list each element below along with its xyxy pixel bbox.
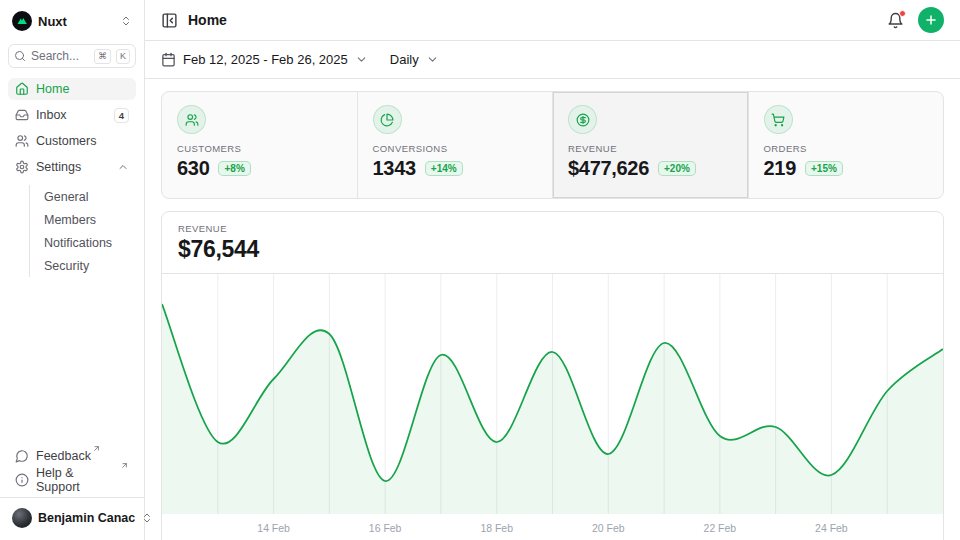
home-icon (15, 82, 29, 96)
chevron-down-icon (426, 53, 439, 66)
granularity-select[interactable]: Daily (390, 52, 439, 67)
chart-header: REVENUE $76,544 (162, 212, 943, 274)
filter-toolbar: Feb 12, 2025 - Feb 26, 2025 Daily (145, 41, 960, 79)
chevron-up-icon (117, 161, 129, 173)
stat-label: CONVERSIONS (373, 143, 538, 154)
sidebar-item-label: Settings (36, 160, 81, 174)
sidebar-footer-links: Feedback Help & Support (8, 445, 136, 497)
chat-bubble-icon (15, 449, 29, 463)
stat-card-customers[interactable]: CUSTOMERS 630 +8% (162, 92, 357, 198)
nuxt-logo-icon (12, 11, 32, 31)
settings-subnav: General Members Notifications Security (29, 185, 136, 277)
date-range-value: Feb 12, 2025 - Feb 26, 2025 (183, 52, 348, 67)
stat-value: 1343 (373, 157, 416, 180)
workspace-picker[interactable]: Nuxt (8, 8, 136, 34)
stat-card-revenue[interactable]: REVENUE $477,626 +20% (553, 92, 748, 198)
dashboard-content: CUSTOMERS 630 +8% CONVERSIONS 1343 +14% (145, 79, 960, 540)
top-header: Home (145, 0, 960, 41)
sidebar-item-label: Inbox (36, 108, 67, 122)
x-tick-label: 20 Feb (592, 523, 625, 534)
panel-left-close-icon (161, 12, 178, 29)
app-window: Nuxt Search... ⌘ K Home (0, 0, 960, 540)
users-icon (177, 105, 206, 134)
revenue-chart-card: REVENUE $76,544 14 Feb16 Feb18 Feb20 Feb… (161, 211, 944, 540)
sidebar-item-feedback[interactable]: Feedback (8, 445, 136, 467)
external-link-icon (119, 466, 129, 494)
stat-value: 219 (764, 157, 796, 180)
notification-dot (899, 10, 906, 17)
pie-chart-icon (373, 105, 402, 134)
chevron-down-icon (355, 53, 368, 66)
sidebar-item-label: Feedback (36, 449, 91, 463)
info-circle-icon (15, 473, 29, 487)
search-placeholder: Search... (31, 49, 89, 63)
granularity-value: Daily (390, 52, 419, 67)
search-input[interactable]: Search... ⌘ K (8, 44, 136, 68)
notifications-button[interactable] (887, 12, 904, 29)
calendar-icon (161, 52, 176, 67)
x-tick-label: 16 Feb (369, 523, 402, 534)
sidebar-subitem-general[interactable]: General (30, 185, 136, 208)
sidebar-spacer (8, 277, 136, 445)
stat-label: ORDERS (764, 143, 929, 154)
search-icon (14, 50, 26, 62)
sidebar-item-label: Home (36, 82, 69, 96)
external-link-icon (91, 449, 101, 463)
sidebar-item-customers[interactable]: Customers (8, 130, 136, 152)
x-tick-label: 22 Feb (704, 523, 737, 534)
add-button[interactable] (918, 7, 944, 33)
gear-icon (15, 160, 29, 174)
stat-delta-badge: +14% (425, 161, 463, 176)
chart-total-value: $76,544 (178, 236, 927, 263)
stat-label: REVENUE (568, 143, 733, 154)
revenue-area-chart: 14 Feb16 Feb18 Feb20 Feb22 Feb24 Feb (162, 274, 943, 540)
sidebar-subitem-security[interactable]: Security (30, 254, 136, 277)
sidebar: Nuxt Search... ⌘ K Home (0, 0, 145, 540)
inbox-icon (15, 108, 29, 122)
sidebar-item-inbox[interactable]: Inbox 4 (8, 104, 136, 126)
sidebar-item-home[interactable]: Home (8, 78, 136, 100)
x-tick-label: 14 Feb (257, 523, 290, 534)
plus-icon (924, 13, 938, 27)
user-name: Benjamin Canac (38, 511, 135, 525)
sidebar-item-label: Customers (36, 134, 96, 148)
sidebar-nav: Home Inbox 4 Customers Settings (8, 78, 136, 277)
topbar-actions (887, 7, 944, 33)
page-title: Home (188, 12, 227, 28)
sidebar-subitem-members[interactable]: Members (30, 208, 136, 231)
kbd-k: K (116, 49, 130, 64)
main-panel: Home Feb 12, 2025 - Feb 26, 2025 (145, 0, 960, 540)
stat-card-orders[interactable]: ORDERS 219 +15% (749, 92, 944, 198)
sidebar-item-label: Help & Support (36, 466, 119, 494)
avatar (12, 508, 32, 528)
sidebar-subitem-notifications[interactable]: Notifications (30, 231, 136, 254)
stat-delta-badge: +8% (218, 161, 250, 176)
stat-value: 630 (177, 157, 209, 180)
chart-metric-label: REVENUE (178, 223, 927, 234)
stat-label: CUSTOMERS (177, 143, 342, 154)
sidebar-item-help-support[interactable]: Help & Support (8, 469, 136, 491)
dollar-circle-icon (568, 105, 597, 134)
collapse-sidebar-button[interactable] (161, 12, 178, 29)
stats-row: CUSTOMERS 630 +8% CONVERSIONS 1343 +14% (161, 91, 944, 199)
stat-delta-badge: +20% (658, 161, 696, 176)
stat-card-conversions[interactable]: CONVERSIONS 1343 +14% (358, 92, 553, 198)
stat-value: $477,626 (568, 157, 649, 180)
users-icon (15, 134, 29, 148)
user-menu[interactable]: Benjamin Canac (8, 505, 136, 531)
stat-delta-badge: +15% (805, 161, 843, 176)
workspace-name: Nuxt (38, 14, 114, 29)
chevrons-up-down-icon (120, 15, 132, 27)
x-tick-label: 24 Feb (815, 523, 848, 534)
sidebar-user-section: Benjamin Canac (0, 497, 144, 536)
shopping-cart-icon (764, 105, 793, 134)
kbd-meta: ⌘ (94, 49, 111, 64)
inbox-unread-badge: 4 (114, 108, 129, 123)
date-range-picker[interactable]: Feb 12, 2025 - Feb 26, 2025 (161, 52, 368, 67)
x-tick-label: 18 Feb (480, 523, 513, 534)
sidebar-item-settings[interactable]: Settings (8, 156, 136, 178)
